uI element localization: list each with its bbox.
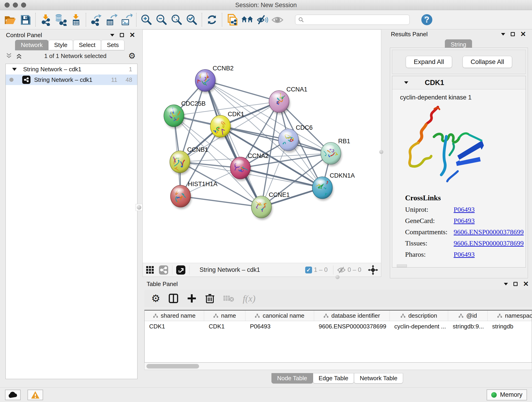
expand-all-icon[interactable] xyxy=(16,52,22,60)
import-network-icon[interactable] xyxy=(38,12,53,27)
collapse-all-button[interactable]: Collapse All xyxy=(462,56,512,68)
birdseye-view-icon[interactable] xyxy=(146,265,155,274)
horizontal-splitter-handle[interactable] xyxy=(336,275,340,279)
cloud-button[interactable] xyxy=(5,390,21,400)
gene-expander-icon[interactable] xyxy=(404,81,408,84)
maximize-window-button[interactable] xyxy=(21,2,26,7)
network-options-gear-icon[interactable]: ⚙ xyxy=(128,52,136,60)
close-window-button[interactable] xyxy=(5,2,10,7)
table-cell[interactable]: P06493 xyxy=(245,321,314,332)
network-row[interactable]: String Network – cdk1 11 48 xyxy=(6,75,137,85)
search-input[interactable] xyxy=(306,16,407,23)
zoom-fit-icon[interactable] xyxy=(169,12,184,27)
import-table-icon[interactable] xyxy=(68,12,83,27)
tab-style[interactable]: Style xyxy=(48,40,73,50)
network-collection-row[interactable]: String Network – cdk1 1 xyxy=(6,64,137,75)
close-panel-icon[interactable]: ✕ xyxy=(129,32,135,38)
expand-all-button[interactable]: Expand All xyxy=(406,56,452,68)
column-header[interactable]: name xyxy=(204,311,245,321)
toolbar-separator xyxy=(189,265,190,274)
minimize-window-button[interactable] xyxy=(13,2,18,7)
edge-CCNB2-CCNE1[interactable] xyxy=(205,80,261,207)
node-RB1[interactable]: RB1 xyxy=(321,138,350,166)
panel-menu-icon[interactable] xyxy=(501,33,505,36)
crosslink-value[interactable]: 9606.ENSP00000378699 xyxy=(454,239,524,247)
show-columns-icon[interactable] xyxy=(168,293,178,303)
selected-items-checkbox-icon[interactable]: ✓ xyxy=(305,267,312,274)
save-session-icon[interactable] xyxy=(18,12,33,27)
float-panel-icon[interactable] xyxy=(511,32,515,36)
export-image-icon[interactable] xyxy=(119,12,134,27)
gene-header[interactable]: CDK1 xyxy=(392,76,526,89)
detach-view-icon[interactable] xyxy=(176,265,186,275)
table-cell[interactable]: CDK1 xyxy=(204,321,245,332)
open-session-icon[interactable] xyxy=(3,12,18,27)
float-panel-icon[interactable] xyxy=(513,282,518,286)
tab-edge-table[interactable]: Edge Table xyxy=(313,373,354,383)
zoom-in-icon[interactable] xyxy=(139,12,154,27)
help-icon[interactable]: ? xyxy=(419,12,434,27)
vertical-splitter-handle[interactable] xyxy=(136,204,143,211)
memory-button[interactable]: Memory xyxy=(487,389,527,400)
network-graph[interactable]: CCNB2CCNA1CDC25BCDK1CDC6RB1CCNB1CCNA2CDK… xyxy=(143,30,381,263)
export-table-icon[interactable] xyxy=(104,12,119,27)
column-header[interactable]: description xyxy=(390,311,448,321)
crosslink-row: GeneCard:P06493 xyxy=(405,217,526,225)
node-CDK1[interactable]: CDK1 xyxy=(210,111,244,139)
zoom-out-icon[interactable] xyxy=(154,12,169,27)
crosslink-value[interactable]: 9606.ENSP00000378699 xyxy=(454,228,524,236)
traffic-lights xyxy=(5,2,26,7)
memory-label: Memory xyxy=(500,391,522,398)
node-CCNE1[interactable]: CCNE1 xyxy=(251,191,290,220)
close-panel-icon[interactable]: ✕ xyxy=(523,281,529,287)
results-scrollbar-notch[interactable] xyxy=(397,264,407,267)
edge-HIST1H1A-CCNE1[interactable] xyxy=(181,196,261,207)
float-panel-icon[interactable] xyxy=(120,33,124,37)
close-panel-icon[interactable]: ✕ xyxy=(520,31,526,38)
show-all-networks-icon[interactable] xyxy=(240,12,255,27)
scrollbar-thumb[interactable] xyxy=(146,364,199,369)
refresh-icon[interactable] xyxy=(204,12,220,27)
tab-network-table[interactable]: Network Table xyxy=(354,373,403,383)
table-row[interactable]: CDK1CDK1P064939606.ENSP00000378699cyclin… xyxy=(145,321,532,332)
column-header[interactable]: @id xyxy=(448,311,488,321)
import-network-from-database-icon[interactable] xyxy=(53,12,68,27)
tab-node-table[interactable]: Node Table xyxy=(272,373,313,383)
edge-CCNA2-CDKN1A[interactable] xyxy=(240,168,322,188)
tab-network[interactable]: Network xyxy=(15,40,48,50)
clone-network-icon[interactable] xyxy=(225,12,240,27)
table-cell[interactable]: cyclin-dependent ... xyxy=(390,321,448,332)
table-cell[interactable]: stringdb:9... xyxy=(448,321,488,332)
warnings-button[interactable] xyxy=(27,390,43,400)
collapse-all-icon[interactable] xyxy=(6,52,12,60)
add-column-icon[interactable] xyxy=(187,293,197,303)
zoom-selected-icon[interactable] xyxy=(184,12,199,27)
panel-menu-icon[interactable] xyxy=(110,34,114,36)
column-header[interactable]: namespace xyxy=(488,311,532,321)
crosslink-value[interactable]: P06493 xyxy=(454,217,475,225)
node-label-CDKN1A: CDKN1A xyxy=(330,172,355,179)
node-CDKN1A[interactable]: CDKN1A xyxy=(312,172,355,201)
table-cell[interactable]: CDK1 xyxy=(145,321,204,332)
node-CDC6[interactable]: CDC6 xyxy=(278,124,313,153)
crosslink-value[interactable]: P06493 xyxy=(454,206,475,213)
collection-expander-icon[interactable] xyxy=(12,68,17,71)
network-share-icon[interactable] xyxy=(159,265,168,275)
export-network-icon[interactable] xyxy=(89,12,104,27)
delete-column-icon[interactable] xyxy=(205,293,215,304)
table-cell[interactable]: 9606.ENSP00000378699 xyxy=(314,321,390,332)
panel-menu-icon[interactable] xyxy=(504,283,508,285)
tab-sets[interactable]: Sets xyxy=(101,40,124,50)
navigate-crosshair-icon[interactable] xyxy=(368,265,378,275)
right-splitter-handle[interactable] xyxy=(379,150,383,154)
table-horizontal-scrollbar[interactable] xyxy=(144,363,532,370)
column-header[interactable]: canonical name xyxy=(245,311,314,321)
column-header[interactable]: database identifier xyxy=(314,311,390,321)
tab-select[interactable]: Select xyxy=(73,40,101,50)
crosslink-value[interactable]: P06493 xyxy=(454,250,475,258)
node-HIST1H1A[interactable]: HIST1H1A xyxy=(171,181,217,209)
column-header[interactable]: shared name xyxy=(145,311,204,321)
table-options-gear-icon[interactable]: ⚙ xyxy=(151,293,160,303)
hide-graphics-details-icon[interactable] xyxy=(255,12,270,27)
table-cell[interactable]: stringdb xyxy=(488,321,532,332)
